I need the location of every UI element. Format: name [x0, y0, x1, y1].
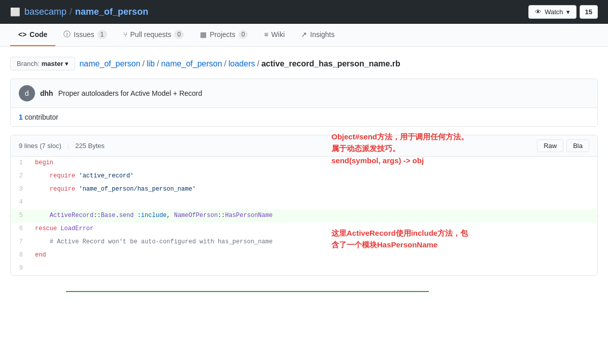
header-left: ⬜ basecamp / name_of_person: [10, 7, 148, 17]
line-code-1: begin: [31, 157, 597, 170]
line-code-5: ActiveRecord::Base.send :include, NameOf…: [31, 209, 597, 223]
line-code-9: [31, 262, 597, 275]
code-line-1: 1 begin: [11, 157, 597, 170]
tab-insights-label: Insights: [310, 30, 334, 39]
contributor-count[interactable]: 1: [19, 113, 23, 121]
line-num-5: 5: [11, 209, 31, 223]
line-num-1: 1: [11, 157, 31, 170]
code-actions: Raw Bla: [537, 139, 589, 152]
pr-icon: ⑂: [123, 30, 127, 39]
line-num-9: 9: [11, 262, 31, 275]
org-link[interactable]: basecamp: [24, 7, 66, 17]
tab-issues-label: Issues: [74, 30, 94, 39]
branch-chevron-icon: ▾: [65, 60, 69, 67]
line-num-3: 3: [11, 183, 31, 196]
tab-pr-label: Pull requests: [130, 30, 172, 39]
line-code-7: # Active Record won't be auto-configured…: [31, 236, 597, 249]
insights-icon: ↗: [301, 30, 307, 39]
tab-projects-label: Projects: [210, 30, 235, 39]
breadcrumb-name-of-person[interactable]: name_of_person: [161, 59, 222, 68]
issues-badge: 1: [97, 30, 107, 39]
breadcrumb-bar: Branch: master ▾ name_of_person / lib / …: [10, 57, 598, 70]
header-right: 👁 Watch ▾ 15: [528, 5, 598, 19]
code-line-5: 5 ActiveRecord::Base.send :include, Name…: [11, 209, 597, 223]
code-line-6: 6 rescue LoadError: [11, 223, 597, 236]
eye-icon: 👁: [535, 8, 542, 16]
code-line-4: 4: [11, 196, 597, 209]
wiki-icon: ≡: [264, 30, 268, 39]
breadcrumb-loaders[interactable]: loaders: [228, 59, 255, 68]
breadcrumb-separator: /: [70, 7, 72, 17]
code-line-8: 8 end: [11, 249, 597, 262]
nav-tabs: <> Code ⓘ Issues 1 ⑂ Pull requests 0 ▦ P…: [0, 24, 608, 47]
line-code-4: [31, 196, 597, 209]
repo-link[interactable]: name_of_person: [75, 7, 148, 17]
watch-count: 15: [580, 5, 598, 19]
branch-name: master: [42, 60, 63, 67]
watch-button[interactable]: 👁 Watch ▾: [528, 5, 576, 19]
projects-badge: 0: [239, 30, 248, 39]
commit-row: d dhh Proper autoloaders for Active Mode…: [11, 79, 597, 108]
line-code-6: rescue LoadError: [31, 223, 597, 236]
tab-code-label: Code: [29, 30, 47, 39]
code-meta: 9 lines (7 sloc) | 225 Bytes: [19, 142, 105, 150]
branch-selector[interactable]: Branch: master ▾: [10, 57, 75, 70]
blame-button[interactable]: Bla: [566, 139, 589, 152]
header: ⬜ basecamp / name_of_person 👁 Watch ▾ 15: [0, 0, 608, 24]
tab-wiki[interactable]: ≡ Wiki: [256, 24, 293, 46]
commit-message: Proper autoloaders for Active Model + Re…: [58, 89, 202, 97]
repo-icon: ⬜: [10, 7, 20, 17]
issues-icon: ⓘ: [63, 30, 71, 39]
code-line-7: 7 # Active Record won't be auto-configur…: [11, 236, 597, 249]
breadcrumb-repo[interactable]: name_of_person: [79, 59, 140, 68]
code-line-2: 2 require 'active_record': [11, 170, 597, 183]
contributor-label: contributor: [25, 113, 58, 121]
line-code-2: require 'active_record': [31, 170, 597, 183]
code-line-3: 3 require 'name_of_person/has_person_nam…: [11, 183, 597, 196]
contributors-row: 1 contributor: [11, 108, 597, 126]
tab-code[interactable]: <> Code: [10, 24, 55, 46]
tab-projects[interactable]: ▦ Projects 0: [192, 24, 256, 46]
projects-icon: ▦: [200, 30, 207, 39]
pr-badge: 0: [174, 30, 184, 39]
page-wrapper: ⬜ basecamp / name_of_person 👁 Watch ▾ 15…: [0, 0, 608, 364]
line-code-8: end: [31, 249, 597, 262]
code-box: 9 lines (7 sloc) | 225 Bytes Raw Bla 1 b…: [10, 135, 598, 276]
tab-issues[interactable]: ⓘ Issues 1: [55, 24, 115, 46]
chevron-down-icon: ▾: [566, 8, 570, 16]
code-line-9: 9: [11, 262, 597, 275]
repo-title: basecamp / name_of_person: [24, 7, 148, 17]
tab-insights[interactable]: ↗ Insights: [293, 24, 343, 46]
code-lines: 9 lines (7 sloc): [19, 142, 61, 150]
avatar: d: [19, 85, 35, 101]
tab-wiki-label: Wiki: [272, 30, 285, 39]
branch-label: Branch:: [17, 60, 40, 67]
code-content: 1 begin 2 require 'active_record' 3 requ…: [11, 157, 597, 275]
file-info-box: d dhh Proper autoloaders for Active Mode…: [10, 79, 598, 127]
watch-label: Watch: [545, 8, 563, 16]
line-code-3: require 'name_of_person/has_person_name': [31, 183, 597, 196]
path-sep-4: /: [257, 59, 259, 68]
line5-underline: [66, 291, 429, 292]
code-icon: <>: [18, 30, 26, 39]
path-sep-1: /: [143, 59, 145, 68]
breadcrumb-path: name_of_person / lib / name_of_person / …: [79, 59, 400, 68]
tab-pull-requests[interactable]: ⑂ Pull requests 0: [115, 24, 192, 46]
line-num-4: 4: [11, 196, 31, 209]
path-sep-2: /: [157, 59, 159, 68]
breadcrumb-lib[interactable]: lib: [147, 59, 155, 68]
code-table: 1 begin 2 require 'active_record' 3 requ…: [11, 157, 597, 275]
raw-button[interactable]: Raw: [537, 139, 563, 152]
breadcrumb-current-file: active_record_has_person_name.rb: [261, 59, 400, 68]
main-content: Branch: master ▾ name_of_person / lib / …: [0, 47, 608, 286]
meta-separator: |: [67, 142, 69, 150]
line-num-6: 6: [11, 223, 31, 236]
code-size: 225 Bytes: [75, 142, 105, 150]
line-num-2: 2: [11, 170, 31, 183]
line-num-7: 7: [11, 236, 31, 249]
code-header: 9 lines (7 sloc) | 225 Bytes Raw Bla: [11, 135, 597, 157]
line-num-8: 8: [11, 249, 31, 262]
path-sep-3: /: [224, 59, 226, 68]
commit-author[interactable]: dhh: [40, 89, 53, 97]
